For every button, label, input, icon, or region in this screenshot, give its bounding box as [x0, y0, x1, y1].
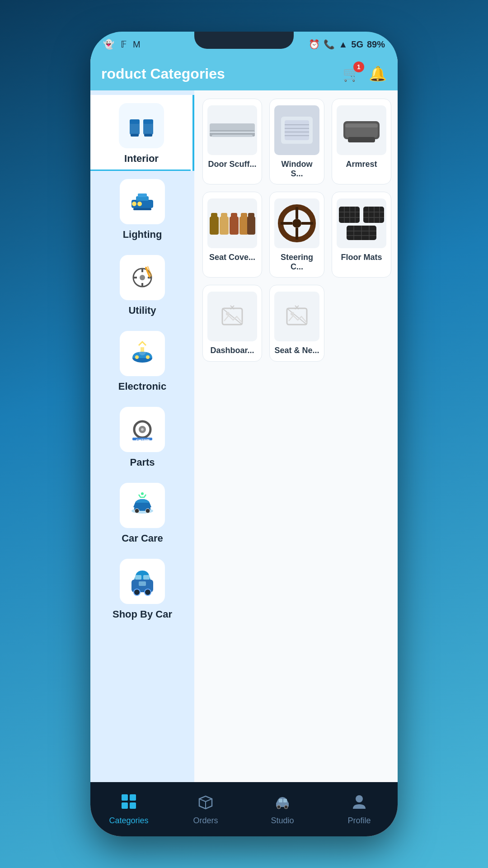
- svg-point-8: [137, 202, 142, 206]
- product-card-windowshade[interactable]: Window S...: [269, 99, 324, 184]
- header-icons: 🛒 1 🔔: [343, 65, 387, 82]
- product-name-doorscuff: Door Scuff...: [208, 160, 257, 169]
- parts-icon: CHTIME: [128, 415, 157, 444]
- svg-point-104: [277, 805, 281, 809]
- product-name-armrest: Armrest: [346, 160, 377, 169]
- person-icon: [351, 793, 367, 810]
- product-image-dashboard: [207, 292, 257, 341]
- sidebar-item-interior[interactable]: Interior: [90, 95, 194, 171]
- utility-icon: [128, 263, 157, 292]
- product-card-seatcover[interactable]: Seat Cove...: [202, 192, 262, 278]
- phone-icon: 📞: [324, 39, 335, 50]
- product-image-armrest: [337, 105, 386, 155]
- svg-rect-1: [130, 119, 140, 124]
- sidebar-item-shopbycar[interactable]: Shop By Car: [90, 551, 194, 627]
- svg-point-63: [292, 219, 301, 228]
- svg-rect-52: [210, 217, 219, 235]
- grid-icon: [121, 793, 137, 810]
- product-card-armrest[interactable]: Armrest: [332, 99, 391, 184]
- carcare-icon: [128, 491, 157, 520]
- sidebar-item-label-shopbycar: Shop By Car: [113, 609, 172, 620]
- sidebar-item-label-lighting: Lighting: [123, 229, 162, 241]
- sidebar-item-label-electronic: Electronic: [118, 381, 166, 392]
- svg-point-36: [145, 589, 151, 595]
- notification-icon[interactable]: 🔔: [369, 65, 387, 82]
- svg-rect-34: [143, 575, 150, 580]
- facebook-icon: 𝔽: [121, 39, 127, 50]
- svg-rect-57: [231, 213, 237, 218]
- svg-point-88: [226, 312, 230, 316]
- product-image-steering: [274, 198, 319, 248]
- cart-button[interactable]: 🛒 1: [343, 65, 361, 82]
- product-image-seatne: [274, 292, 319, 341]
- svg-rect-97: [130, 794, 136, 801]
- wifi-icon: ▲: [338, 39, 347, 50]
- product-card-floormats[interactable]: Floor Mats: [332, 192, 391, 278]
- sidebar-item-lighting[interactable]: Lighting: [90, 171, 194, 247]
- sidebar-item-label-carcare: Car Care: [122, 533, 163, 544]
- product-card-doorscuff[interactable]: Door Scuff...: [202, 99, 262, 184]
- interior-icon-box: [119, 103, 164, 148]
- sidebar-item-utility[interactable]: Utility: [90, 247, 194, 323]
- nav-item-studio[interactable]: Studio: [244, 793, 321, 826]
- nav-label-profile: Profile: [347, 816, 371, 826]
- svg-point-31: [141, 492, 144, 495]
- sidebar-item-label-utility: Utility: [128, 305, 156, 316]
- profile-icon: [351, 793, 367, 813]
- nav-label-studio: Studio: [271, 816, 294, 826]
- signal-icon: 5G: [351, 39, 363, 50]
- sidebar-item-electronic[interactable]: Electronic: [90, 323, 194, 399]
- nav-label-categories: Categories: [109, 816, 148, 826]
- nav-item-profile[interactable]: Profile: [321, 793, 398, 826]
- product-image-windowshade: [274, 105, 319, 155]
- sidebar-item-carcare[interactable]: Car Care: [90, 475, 194, 551]
- svg-rect-96: [122, 794, 128, 801]
- svg-point-93: [291, 312, 294, 316]
- product-image-doorscuff: [207, 105, 257, 155]
- sidebar-item-label-interior: Interior: [124, 153, 159, 165]
- svg-rect-33: [135, 575, 141, 580]
- svg-rect-55: [221, 213, 227, 218]
- windowshade-svg: [277, 112, 317, 148]
- svg-point-24: [141, 428, 144, 431]
- svg-point-108: [356, 795, 363, 802]
- svg-line-92: [287, 308, 307, 325]
- box-icon: [197, 793, 214, 810]
- svg-rect-53: [211, 213, 217, 218]
- svg-point-29: [135, 509, 139, 513]
- svg-rect-11: [138, 193, 147, 197]
- svg-rect-37: [139, 581, 146, 586]
- studio-icon: [274, 793, 291, 813]
- armrest-svg: [339, 112, 384, 148]
- page-title: roduct Categories: [101, 66, 225, 82]
- phone-frame: 👻 𝔽 M ⏰ 📞 ▲ 5G 89% roduct Categories 🛒 1…: [90, 32, 398, 836]
- svg-point-21: [146, 355, 150, 359]
- product-name-floormats: Floor Mats: [341, 253, 382, 262]
- nav-item-orders[interactable]: Orders: [167, 793, 244, 826]
- product-name-dashboard: Dashboar...: [210, 346, 254, 355]
- status-right-icons: ⏰ 📞 ▲ 5G 89%: [309, 39, 385, 50]
- snapchat-icon: 👻: [103, 39, 114, 50]
- floormats-svg: [337, 203, 386, 244]
- seatne-placeholder-icon: [285, 305, 309, 328]
- categories-icon: [121, 793, 137, 813]
- svg-rect-4: [131, 134, 139, 137]
- product-name-seatne: Seat & Ne...: [274, 346, 319, 355]
- svg-point-35: [134, 589, 140, 595]
- nav-item-categories[interactable]: Categories: [90, 793, 167, 826]
- carcare-icon-box: [120, 483, 165, 528]
- seats-icon: [127, 111, 156, 140]
- main-body: Interior Lighting: [90, 90, 398, 782]
- dashboard-placeholder-icon: [221, 305, 244, 328]
- sidebar-item-parts[interactable]: CHTIME Parts: [90, 399, 194, 475]
- svg-line-87: [222, 308, 242, 325]
- battery-label: 89%: [367, 39, 385, 50]
- utility-icon-box: [120, 255, 165, 300]
- product-card-dashboard[interactable]: Dashboar...: [202, 285, 262, 362]
- orders-icon: [197, 793, 214, 813]
- product-card-steering[interactable]: Steering C...: [269, 192, 324, 278]
- svg-rect-56: [230, 217, 239, 235]
- image-broken-icon: [221, 305, 244, 328]
- shopbycar-icon: [128, 567, 157, 596]
- product-card-seatne[interactable]: Seat & Ne...: [269, 285, 324, 362]
